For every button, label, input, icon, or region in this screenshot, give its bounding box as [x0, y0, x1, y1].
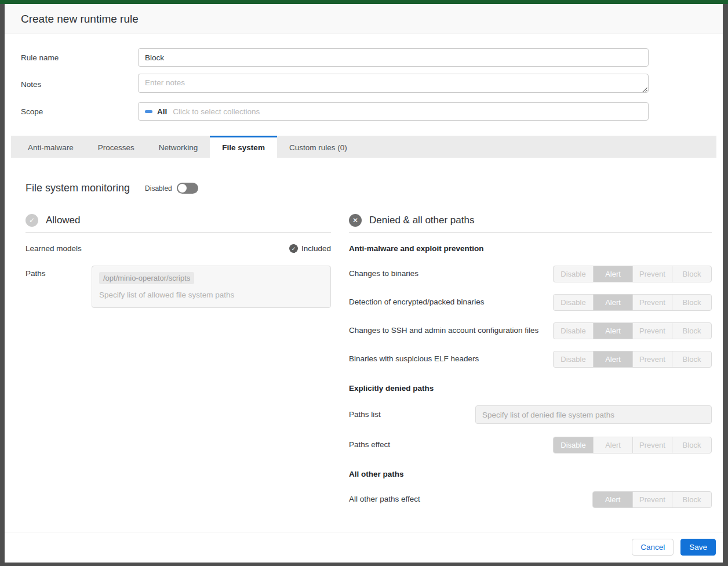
scope-label: Scope	[21, 107, 138, 116]
effect-option-block[interactable]: Block	[672, 295, 711, 310]
modal-title: Create new runtime rule	[5, 4, 723, 34]
effect-option-disable[interactable]: Disable	[554, 323, 593, 339]
effect-row-label: Changes to binaries	[349, 268, 418, 280]
allowed-column: ✓ Allowed Learned models ✓ Included Path…	[26, 214, 331, 520]
effect-row-suspicious-elf-headers: Binaries with suspicious ELF headers Dis…	[349, 351, 712, 368]
effect-group: Disable Alert Prevent Block	[553, 437, 712, 453]
learned-models-value: Included	[301, 244, 331, 253]
toggle-knob	[178, 184, 187, 193]
divider	[26, 232, 331, 233]
cancel-button[interactable]: Cancel	[632, 539, 674, 556]
monitoring-toggle-label: Disabled	[145, 184, 172, 193]
scope-row: Scope All Click to select collections	[21, 102, 707, 121]
allowed-paths-input[interactable]: /opt/minio-operator/scripts Specify list…	[92, 266, 331, 308]
scope-selected-collection: All	[157, 107, 167, 116]
monitoring-row: File system monitoring Disabled	[26, 182, 707, 194]
effect-option-alert[interactable]: Alert	[593, 295, 632, 310]
modal-footer: Cancel Save	[5, 532, 723, 563]
notes-input[interactable]	[138, 74, 649, 93]
learned-models-included-badge[interactable]: ✓ Included	[289, 244, 331, 253]
effect-option-alert[interactable]: Alert	[593, 323, 632, 339]
effect-option-disable[interactable]: Disable	[554, 351, 593, 367]
rule-name-input[interactable]	[138, 48, 649, 67]
denied-header: ✕ Denied & all other paths	[349, 214, 712, 227]
tab-processes[interactable]: Processes	[86, 136, 147, 158]
effect-row-ssh-admin-config: Changes to SSH and admin account configu…	[349, 322, 712, 339]
effect-option-disable[interactable]: Disable	[554, 266, 593, 282]
paths-list-label: Paths list	[349, 409, 381, 421]
effect-row-encrypted-packed-binaries: Detection of encrypted/packed binaries D…	[349, 294, 712, 311]
effect-row-label: All other paths effect	[349, 494, 420, 506]
tab-custom-rules[interactable]: Custom rules (0)	[277, 136, 359, 158]
effect-option-alert[interactable]: Alert	[593, 266, 632, 282]
scope-selector[interactable]: All Click to select collections	[138, 102, 649, 121]
effect-row-all-other-paths: All other paths effect Alert Prevent Blo…	[349, 491, 712, 508]
effect-option-block[interactable]: Block	[672, 437, 711, 453]
allowed-paths-label: Paths	[26, 266, 92, 278]
rule-name-row: Rule name	[21, 48, 707, 67]
save-button[interactable]: Save	[680, 539, 716, 556]
create-runtime-rule-modal: Create new runtime rule Rule name Notes …	[5, 4, 723, 563]
effect-row-label: Detection of encrypted/packed binaries	[349, 296, 484, 309]
effect-option-block[interactable]: Block	[672, 351, 711, 367]
tab-networking[interactable]: Networking	[147, 136, 210, 158]
allowed-denied-columns: ✓ Allowed Learned models ✓ Included Path…	[26, 214, 707, 520]
paths-list-row: Paths list	[349, 405, 712, 424]
explicitly-denied-paths-heading: Explicitly denied paths	[349, 384, 712, 393]
antimalware-section-heading: Anti-malware and exploit prevention	[349, 244, 712, 253]
effect-option-alert[interactable]: Alert	[593, 437, 632, 453]
notes-label: Notes	[21, 80, 138, 89]
monitoring-title: File system monitoring	[26, 182, 130, 194]
effect-option-block[interactable]: Block	[672, 323, 711, 339]
allowed-title: Allowed	[46, 215, 81, 226]
effect-row-changes-to-binaries: Changes to binaries Disable Alert Preven…	[349, 266, 712, 282]
all-other-paths-heading: All other paths	[349, 470, 712, 478]
learned-models-row: Learned models ✓ Included	[26, 244, 331, 253]
effect-option-disable[interactable]: Disable	[554, 437, 593, 453]
denied-column: ✕ Denied & all other paths Anti-malware …	[349, 214, 712, 520]
divider	[349, 232, 712, 233]
tab-anti-malware[interactable]: Anti-malware	[16, 136, 86, 158]
allowed-path-chip[interactable]: /opt/minio-operator/scripts	[99, 272, 194, 284]
allowed-paths-placeholder: Specify list of allowed file system path…	[99, 291, 323, 299]
effect-option-prevent[interactable]: Prevent	[632, 266, 672, 282]
scope-placeholder: Click to select collections	[173, 107, 260, 116]
effect-option-alert[interactable]: Alert	[593, 351, 632, 367]
effect-row-label: Binaries with suspicious ELF headers	[349, 353, 479, 365]
effect-option-prevent[interactable]: Prevent	[632, 492, 672, 507]
effect-row-paths-effect: Paths effect Disable Alert Prevent Block	[349, 437, 712, 453]
file-system-tab-panel: File system monitoring Disabled ✓ Allowe…	[5, 158, 723, 532]
effect-option-prevent[interactable]: Prevent	[632, 295, 672, 310]
effect-option-prevent[interactable]: Prevent	[632, 351, 672, 367]
effect-option-block[interactable]: Block	[672, 492, 711, 507]
rule-tabs: Anti-malware Processes Networking File s…	[11, 136, 716, 158]
learned-models-label: Learned models	[26, 244, 82, 253]
effect-option-block[interactable]: Block	[672, 266, 711, 282]
effect-group: Disable Alert Prevent Block	[553, 294, 712, 311]
allowed-header: ✓ Allowed	[26, 214, 331, 227]
effect-option-prevent[interactable]: Prevent	[632, 323, 672, 339]
tab-file-system[interactable]: File system	[210, 136, 277, 158]
effect-option-alert[interactable]: Alert	[593, 492, 632, 507]
file-system-monitoring-toggle[interactable]	[177, 183, 198, 194]
notes-row: Notes	[21, 74, 707, 95]
effect-row-label: Changes to SSH and admin account configu…	[349, 325, 538, 337]
check-circle-icon: ✓	[26, 214, 38, 227]
effect-group: Alert Prevent Block	[592, 491, 712, 508]
rule-form: Rule name Notes Scope All Click to selec…	[5, 34, 723, 131]
effect-group: Disable Alert Prevent Block	[553, 322, 712, 339]
top-green-bar	[0, 0, 728, 4]
effect-group: Disable Alert Prevent Block	[553, 266, 712, 282]
effect-option-disable[interactable]: Disable	[554, 295, 593, 310]
x-circle-icon: ✕	[349, 214, 362, 227]
allowed-paths-row: Paths /opt/minio-operator/scripts Specif…	[26, 266, 331, 308]
effect-row-label: Paths effect	[349, 439, 390, 451]
included-check-icon: ✓	[289, 244, 298, 253]
rule-name-label: Rule name	[21, 53, 138, 62]
effect-group: Disable Alert Prevent Block	[553, 351, 712, 368]
effect-option-prevent[interactable]: Prevent	[632, 437, 672, 453]
collection-swatch-icon	[145, 110, 152, 113]
denied-paths-input[interactable]	[475, 405, 712, 424]
denied-title: Denied & all other paths	[369, 215, 474, 226]
